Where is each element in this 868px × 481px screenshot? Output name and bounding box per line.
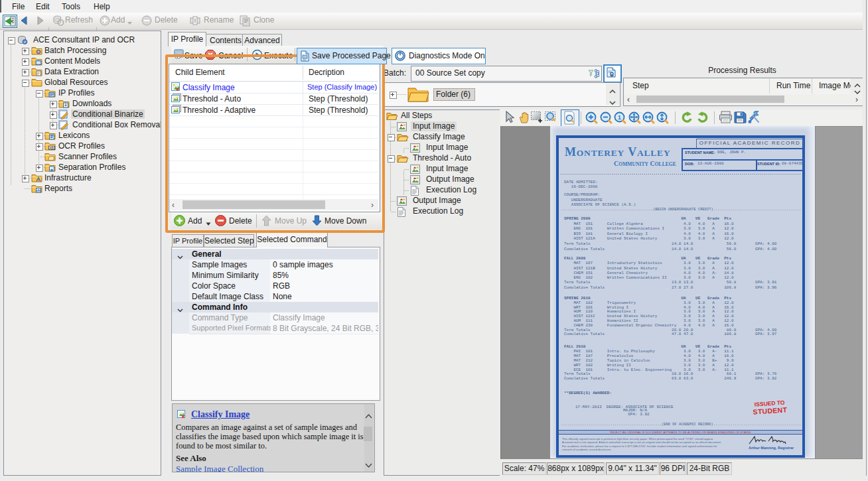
- svg-text:ABC: ABC: [49, 147, 56, 150]
- svg-text:1: 1: [618, 114, 621, 121]
